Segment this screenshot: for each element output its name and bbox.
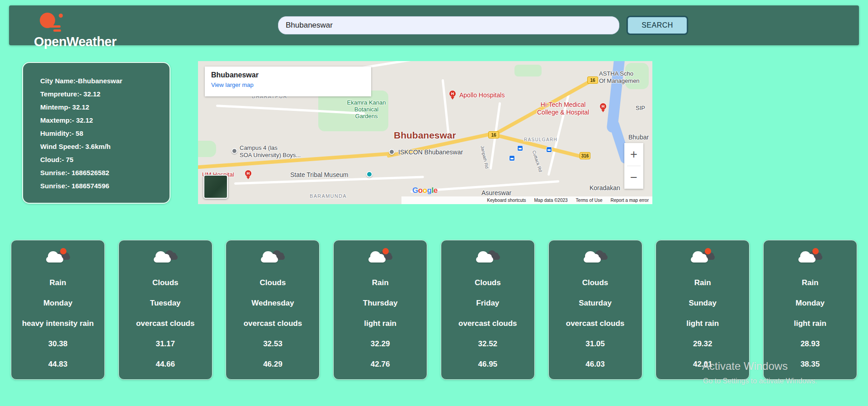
hospital-pin-icon[interactable]: H (449, 90, 456, 97)
activate-windows-subtext: Go to Settings to activate Windows. (703, 377, 817, 385)
transit-station-icon[interactable] (546, 147, 552, 153)
forecast-card-3: Clouds Wednesday overcast clouds 32.53 4… (226, 240, 320, 380)
sun-rain-cloud-icon (689, 248, 716, 267)
weather-day: Monday (43, 299, 72, 307)
google-letter: o (423, 186, 427, 195)
white-cloud-shape (691, 257, 708, 263)
map-label-line: SOA University) Boys... (240, 152, 301, 159)
weather-day: Friday (476, 299, 499, 307)
map-label-apollo-hospitals: Apollo Hospitals (459, 91, 505, 99)
weather-description: overcast clouds (244, 320, 302, 328)
transit-station-icon[interactable] (509, 155, 515, 161)
cloud-line: Cloud:- 75 (40, 153, 165, 166)
map-label-bhubar: Bhubar (628, 134, 649, 141)
map-label-rasulgarh: RASULGARH (524, 137, 557, 142)
white-cloud-shape (46, 257, 63, 263)
sun-bar (53, 29, 61, 32)
weather-temp: 29.32 (693, 340, 712, 348)
forecast-card-8: Rain Monday light rain 28.93 38.35 (763, 240, 857, 380)
wind-speed-line: Wind Speed:- 3.6km/h (40, 140, 165, 153)
poi-pin-icon[interactable] (389, 149, 395, 155)
humidity-line: Humidity:- 58 (40, 127, 165, 140)
weather-type: Rain (694, 279, 711, 287)
clouds-icon (475, 248, 501, 267)
sun-bar (50, 25, 61, 28)
map-label-line: Botanical (334, 106, 399, 113)
map-label-ekamra-gardens: Ekamra Kanan Botanical Gardens (334, 99, 399, 119)
weather-temp: 31.05 (585, 340, 605, 348)
zoom-in-button[interactable]: + (624, 143, 643, 166)
route-16-shield-icon: 16 (587, 76, 598, 84)
weather-temp-max: 46.29 (263, 360, 283, 368)
map-label-tribal-museum: State Tribal Museum (290, 171, 348, 178)
map-label-campus: Campus 4 (las SOA University) Boys... (240, 144, 301, 159)
weather-description: light rain (364, 320, 396, 328)
poi-pin-icon[interactable] (231, 148, 237, 154)
sun-shape (382, 248, 389, 254)
forecast-card-5: Clouds Friday overcast clouds 32.52 46.9… (441, 240, 535, 380)
sun-shape (60, 248, 66, 254)
temperature-line: Tempreture:- 32.12 (40, 87, 165, 100)
activate-windows-watermark: Activate Windows (702, 360, 788, 373)
forecast-card-4: Rain Thursday light rain 32.29 42.76 (333, 240, 427, 380)
sun-rain-cloud-icon (45, 248, 71, 267)
map-label-asureswar: Asureswar (481, 189, 511, 196)
map-label-koradakan: Koradakan (590, 184, 620, 191)
weather-temp-max: 44.66 (156, 360, 175, 368)
weather-type: Clouds (582, 279, 609, 287)
map-zoom-control: + − (624, 143, 643, 189)
sun-rain-cloud-icon (797, 248, 823, 267)
map-label-line: Campus 4 (las (240, 144, 301, 152)
weather-day: Wednesday (251, 299, 294, 307)
white-cloud-shape (584, 257, 601, 263)
weather-type: Rain (50, 279, 66, 287)
keyboard-shortcuts-link[interactable]: Keyboard shortcuts (487, 198, 526, 203)
current-weather-panel: City Name:-Bhubaneswar Tempreture:- 32.1… (22, 62, 170, 204)
hospital-pin-icon[interactable]: H (245, 170, 252, 177)
map-label-baramunda: BARAMUNDA (310, 193, 347, 199)
weather-temp: 28.93 (801, 340, 820, 348)
min-temp-line: Mintemp- 32.12 (40, 100, 165, 114)
weather-description: overcast clouds (566, 320, 624, 328)
weather-description: overcast clouds (458, 320, 517, 328)
sun-shape (812, 248, 819, 254)
clouds-icon (582, 248, 609, 267)
map-label-sip: SIP (636, 105, 645, 111)
weather-temp-max: 46.03 (585, 360, 605, 368)
transit-station-icon[interactable] (517, 145, 523, 151)
sunset-line: Sunrise:- 1686574596 (40, 179, 165, 192)
google-logo[interactable]: Google (412, 186, 438, 195)
weather-type: Clouds (260, 279, 286, 287)
satellite-view-toggle[interactable] (203, 175, 228, 199)
weather-type: Rain (802, 279, 819, 287)
zoom-out-button[interactable]: − (624, 166, 643, 189)
map-attribution-bar: Keyboard shortcuts Map data ©2023 Terms … (401, 196, 652, 204)
park-area (198, 141, 216, 157)
forecast-card-7: Rain Sunday light rain 29.32 42.01 (656, 240, 750, 380)
map-info-card: Bhubaneswar View larger map (205, 67, 371, 96)
sun-rain-cloud-icon (367, 248, 393, 267)
view-larger-map-link[interactable]: View larger map (211, 81, 254, 88)
forecast-card-2: Clouds Tuesday overcast clouds 31.17 44.… (118, 240, 212, 380)
city-search-input[interactable] (278, 16, 619, 34)
museum-pin-icon[interactable] (366, 171, 373, 177)
weather-description: light rain (794, 320, 826, 328)
white-cloud-shape (476, 257, 493, 263)
openweather-sun-logo-icon (35, 12, 67, 34)
map-label-astha-school: ASTHA Scho Of Managemen (599, 70, 640, 85)
google-map-embed[interactable]: BHARATPUR Ekamra Kanan Botanical Gardens… (198, 61, 652, 204)
hospital-pin-icon[interactable]: H (599, 103, 607, 110)
map-label-line: College & Hospital (537, 109, 589, 116)
weather-type: Rain (372, 279, 389, 287)
weather-description: light rain (686, 320, 719, 328)
weather-temp-max: 44.83 (48, 360, 68, 368)
clouds-icon (152, 248, 179, 267)
map-label-line: Gardens (334, 113, 399, 119)
map-label-line: Hi-Tech Medical (537, 101, 589, 109)
search-button[interactable]: SEARCH (627, 16, 688, 34)
report-map-error-link[interactable]: Report a map error (611, 198, 649, 203)
forecast-card-6: Clouds Saturday overcast clouds 31.05 46… (548, 240, 642, 380)
app-logo-text: OpenWeather (34, 34, 117, 49)
terms-of-use-link[interactable]: Terms of Use (576, 198, 603, 203)
sunrise-line: Sunrise:- 1686526582 (40, 166, 165, 179)
